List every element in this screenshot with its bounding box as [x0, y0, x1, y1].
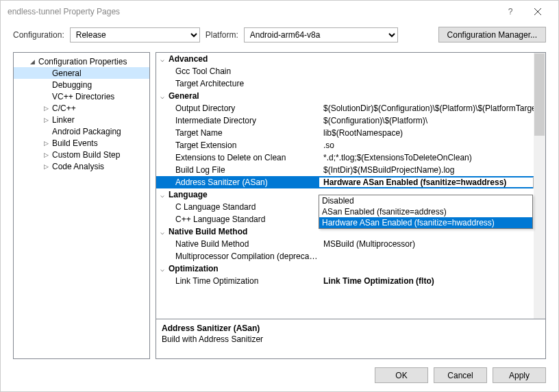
cancel-button[interactable]: Cancel [434, 367, 487, 383]
prop-link-time-optimization[interactable]: Link Time OptimizationLink Time Optimiza… [156, 275, 545, 287]
property-grid-pane: ⌵Advanced Gcc Tool Chain Target Architec… [156, 52, 546, 359]
close-button[interactable] [524, 1, 551, 23]
configuration-select[interactable]: Release [70, 27, 200, 42]
expand-icon[interactable]: ▷ [42, 116, 50, 123]
dropdown-option-asan-enabled[interactable]: ASan Enabled (fsanitize=address) [319, 206, 532, 217]
property-grid[interactable]: ⌵Advanced Gcc Tool Chain Target Architec… [156, 52, 546, 319]
tree-item-debugging[interactable]: Debugging [14, 79, 149, 90]
prop-multiprocessor-compilation[interactable]: Multiprocessor Compilation (deprecated) [156, 250, 545, 262]
category-optimization[interactable]: ⌵Optimization [156, 262, 545, 275]
asan-dropdown-list[interactable]: Disabled ASan Enabled (fsanitize=address… [319, 195, 533, 229]
expand-icon[interactable]: ▷ [42, 162, 50, 170]
prop-native-build-method[interactable]: Native Build MethodMSBuild (Multiprocess… [156, 238, 545, 250]
titlebar: endless-tunnel Property Pages ? [1, 1, 558, 23]
prop-target-extension[interactable]: Target Extension.so [156, 139, 545, 151]
tree-item-build-events[interactable]: ▷Build Events [14, 137, 149, 149]
prop-build-log-file[interactable]: Build Log File$(IntDir)$(MSBuildProjectN… [156, 164, 545, 176]
vertical-scrollbar[interactable] [534, 53, 545, 319]
collapse-icon[interactable]: ⌵ [156, 191, 169, 199]
window-title: endless-tunnel Property Pages [8, 7, 497, 16]
prop-output-directory[interactable]: Output Directory$(SolutionDir)$(Configur… [156, 102, 545, 114]
prop-intermediate-directory[interactable]: Intermediate Directory$(Configuration)\$… [156, 114, 545, 127]
configuration-label: Configuration: [13, 30, 64, 40]
scrollbar-thumb[interactable] [534, 53, 545, 136]
prop-address-sanitizer[interactable]: Address Sanitizer (ASan) Hardware ASan E… [156, 176, 545, 188]
prop-extensions-delete-clean[interactable]: Extensions to Delete on Clean*.d;*.tlog;… [156, 151, 545, 164]
description-box: Address Sanitizer (ASan) Build with Addr… [156, 319, 546, 359]
collapse-icon[interactable]: ⌵ [156, 93, 169, 100]
dropdown-option-hwasan-enabled[interactable]: Hardware ASan Enabled (fsanitize=hwaddre… [319, 217, 532, 228]
dialog-window: endless-tunnel Property Pages ? Configur… [0, 0, 559, 392]
collapse-icon[interactable]: ⌵ [156, 56, 169, 63]
platform-label: Platform: [206, 30, 238, 40]
description-title: Address Sanitizer (ASan) [162, 323, 540, 333]
svg-text:?: ? [508, 8, 513, 15]
expand-icon[interactable]: ▷ [42, 151, 50, 158]
help-button[interactable]: ? [497, 1, 524, 23]
tree-item-general[interactable]: General [14, 67, 149, 79]
toolbar: Configuration: Release Platform: Android… [1, 23, 558, 52]
apply-button[interactable]: Apply [493, 367, 546, 383]
collapse-icon[interactable]: ◢ [29, 58, 36, 65]
prop-gcc-toolchain[interactable]: Gcc Tool Chain [156, 65, 545, 77]
tree-item-vcpp-directories[interactable]: VC++ Directories [14, 90, 149, 102]
collapse-icon[interactable]: ⌵ [156, 228, 169, 236]
dropdown-option-disabled[interactable]: Disabled [319, 195, 532, 206]
prop-target-name[interactable]: Target Namelib$(RootNamespace) [156, 127, 545, 139]
description-text: Build with Address Sanitizer [162, 334, 540, 344]
expand-icon[interactable]: ▷ [42, 139, 50, 147]
tree-pane[interactable]: ◢ Configuration Properties General Debug… [13, 52, 150, 359]
tree-root[interactable]: ◢ Configuration Properties [14, 56, 149, 67]
tree-item-android-packaging[interactable]: Android Packaging [14, 125, 149, 137]
tree-item-c-cpp[interactable]: ▷C/C++ [14, 102, 149, 114]
expand-icon[interactable]: ▷ [42, 104, 50, 112]
platform-select[interactable]: Android-arm64-v8a [244, 27, 398, 42]
ok-button[interactable]: OK [375, 367, 428, 383]
tree-item-linker[interactable]: ▷Linker [14, 114, 149, 125]
configuration-manager-button[interactable]: Configuration Manager... [438, 27, 546, 42]
dialog-footer: OK Cancel Apply [1, 359, 558, 391]
prop-target-architecture[interactable]: Target Architecture [156, 77, 545, 90]
tree-item-custom-build-step[interactable]: ▷Custom Build Step [14, 149, 149, 160]
collapse-icon[interactable]: ⌵ [156, 265, 169, 273]
category-advanced[interactable]: ⌵Advanced [156, 53, 545, 65]
category-general[interactable]: ⌵General [156, 90, 545, 102]
tree-item-code-analysis[interactable]: ▷Code Analysis [14, 160, 149, 172]
